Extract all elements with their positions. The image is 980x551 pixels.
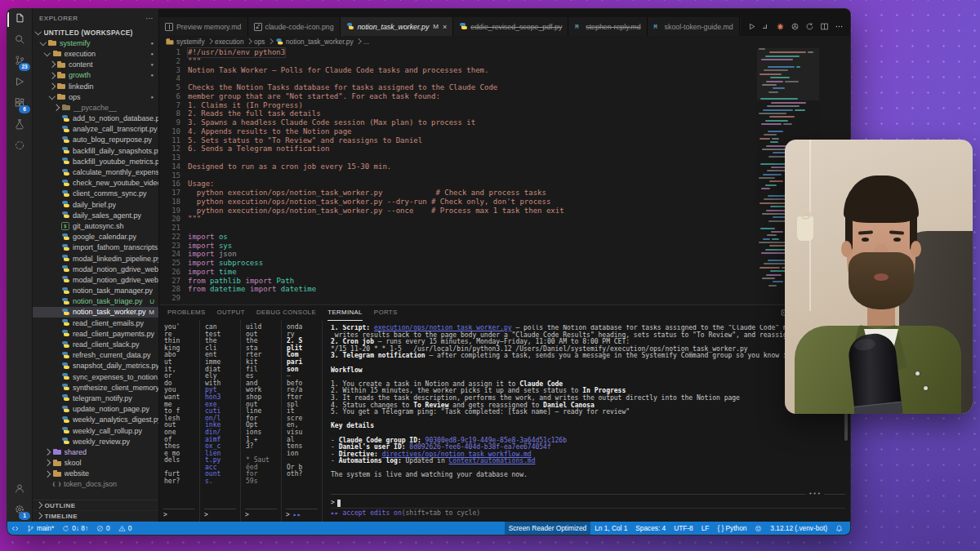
tree-item-calculate-monthly-expenses[interactable]: calculate_monthly_expenses… (33, 167, 158, 177)
terminal-prompt[interactable]: > (331, 499, 845, 508)
status-git-sync[interactable]: 0↓ 8↑ (58, 522, 92, 535)
tree-item-pycache[interactable]: __pycache__ (33, 102, 158, 113)
breadcrumb[interactable]: systemifyexecutionopsnotion_task_worker.… (159, 36, 850, 47)
tree-item-backfill-youtube-metrics-py[interactable]: backfill_youtube_metrics.py (33, 156, 158, 167)
code-line[interactable]: 2""" (159, 57, 755, 66)
code-line[interactable]: 15 (159, 171, 755, 180)
code-line[interactable]: 26import time (159, 268, 755, 277)
code-line[interactable]: 126. Sends a Telegram notification (159, 144, 755, 153)
breadcrumb-item[interactable]: ... (363, 38, 369, 46)
tree-item-read-client-slack-py[interactable]: read_client_slack.py (33, 339, 158, 349)
status-notifications[interactable] (831, 522, 847, 535)
tree-item-growth[interactable]: growth● (33, 70, 158, 81)
code-line[interactable]: 14Designed to run as a cron job every 15… (159, 162, 755, 171)
status-remote-indicator[interactable] (7, 522, 23, 535)
tree-item-notion-task-triage-py[interactable]: notion_task_triage.pyU (33, 296, 158, 307)
code-line[interactable]: 104. Appends results to the Notion page (159, 127, 755, 136)
tree-item-website[interactable]: website (33, 469, 158, 479)
status-cursor-position[interactable]: Ln 1, Col 1 (590, 522, 631, 535)
terminal-split-pane-4[interactable]: ondary2. Split Comparison—before/after s… (282, 320, 323, 522)
tree-item-modal-linkedin-pipeline-py[interactable]: modal_linkedin_pipeline.py (33, 253, 158, 264)
timeline-section[interactable]: TIMELINE (33, 511, 158, 522)
activity-testing-icon[interactable] (7, 115, 32, 136)
tree-item-modal-notion-gdrive-webho[interactable]: modal_notion_gdrive_webho… (33, 264, 158, 274)
more-icon[interactable] (835, 22, 844, 31)
claude-icon[interactable] (776, 22, 785, 31)
code-line[interactable]: 4 (159, 74, 755, 83)
tree-item-execution[interactable]: execution● (33, 48, 158, 59)
tree-item-weekly-call-rollup-py[interactable]: weekly_call_rollup.py (33, 425, 158, 436)
tree-item-systemify[interactable]: systemify● (33, 38, 158, 48)
run-icon[interactable] (747, 22, 756, 31)
tab-notion-task-worker-py[interactable]: notion_task_worker.pyM× (341, 17, 454, 36)
tree-item-modal-notion-gdrive-webho[interactable]: modal_notion_gdrive_webho… (33, 274, 158, 285)
code-line[interactable]: 21 (159, 224, 755, 233)
terminal-split-pane-2[interactable]: cantestthe clientimmediatelywith python3… (200, 320, 241, 522)
code-line[interactable]: 18 python execution/ops/notion_task_work… (159, 198, 755, 207)
tree-item-token-docs-json[interactable]: token_docs.json (33, 479, 158, 490)
tree-item-ops[interactable]: ops● (33, 91, 158, 102)
code-line[interactable]: 5Checks the Notion Tasks database for ta… (159, 83, 755, 92)
tree-item-content[interactable]: content● (33, 60, 158, 70)
tree-item-weekly-review-py[interactable]: weekly_review.py (33, 436, 158, 447)
breadcrumb-item[interactable]: notion_task_worker.py (286, 38, 354, 46)
divider-handle[interactable]: ••• (806, 491, 824, 498)
code-line[interactable]: 25import subprocess (159, 259, 755, 268)
tree-item-untitled-workspace[interactable]: UNTITLED (WORKSPACE) (33, 27, 158, 38)
breadcrumb-item[interactable]: systemify (176, 38, 205, 46)
tree-item-notion-task-manager-py[interactable]: notion_task_manager.py (33, 286, 158, 296)
activity-explorer-icon[interactable] (7, 9, 32, 30)
status-python-interpreter[interactable]: 3.12.12 (.venv-bot) (766, 522, 831, 535)
code-line[interactable]: 22import os (159, 233, 755, 242)
status-indentation[interactable]: Spaces: 4 (631, 522, 670, 535)
tree-item-notion-task-worker-py[interactable]: notion_task_worker.pyM (33, 307, 158, 318)
tree-item-read-client-emails-py[interactable]: read_client_emails.py (33, 318, 158, 328)
tree-item-refresh-current-data-py[interactable]: refresh_current_data.py (33, 350, 158, 361)
tree-item-sync-expenses-to-notion-py[interactable]: sync_expenses_to_notion.py (33, 371, 158, 382)
tab-claude-code-icon-png[interactable]: claude-code-icon.png (248, 17, 341, 36)
tree-item-backfill-daily-snapshots-py[interactable]: backfill_daily_snapshots.py (33, 145, 158, 156)
code-line[interactable]: 28from datetime import datetime (159, 285, 755, 294)
panel-tab-terminal[interactable]: TERMINAL (327, 305, 363, 321)
close-icon[interactable]: × (443, 23, 447, 31)
code-line[interactable]: 19 python execution/ops/notion_task_work… (159, 207, 755, 216)
panel-tab-problems[interactable]: PROBLEMS (167, 305, 206, 321)
activity-settings-icon[interactable]: 1 (7, 500, 32, 522)
code-line[interactable]: 29 (159, 294, 755, 303)
status-eol[interactable]: LF (697, 522, 714, 535)
status-encoding[interactable]: UTF-8 (670, 522, 697, 535)
run-chevron-icon[interactable] (763, 24, 768, 29)
panel-tab-output[interactable]: OUTPUT (217, 305, 245, 321)
status-git-branch[interactable]: main* (23, 522, 58, 535)
code-line[interactable]: 16Usage: (159, 180, 755, 189)
breadcrumb-item[interactable]: execution (215, 38, 244, 46)
code-line[interactable]: 71. Claims it (In Progress) (159, 101, 755, 110)
tree-item-skool[interactable]: skool (33, 458, 158, 469)
terminal-main-pane[interactable]: 1. Script: execution/ops/notion_task_wor… (323, 320, 850, 522)
code-line[interactable]: 1#!/usr/bin/env python3 (159, 48, 755, 57)
code-content[interactable]: 1#!/usr/bin/env python32"""3Notion Task … (159, 48, 755, 303)
tree-item-auto-blog-repurpose-py[interactable]: auto_blog_repurpose.py (33, 135, 158, 145)
activity-source-control-icon[interactable]: 23 (7, 51, 32, 73)
panel-tab-ports[interactable]: PORTS (374, 305, 398, 321)
tab-stephen-reply-md[interactable]: stephen-reply.md (568, 17, 647, 36)
code-line[interactable]: 82. Reads the full task details (159, 109, 755, 118)
tree-item-import-fathom-transcripts-py[interactable]: import_fathom_transcripts.py (33, 242, 158, 253)
tree-item-add-to-notion-database-py[interactable]: add_to_notion_database.py (33, 113, 158, 124)
tab-skool-token-guide-md[interactable]: skool-token-guide.md (648, 17, 740, 36)
code-line[interactable]: 27from pathlib import Path (159, 277, 755, 286)
activity-account-icon[interactable] (7, 479, 32, 500)
tree-item-google-calendar-py[interactable]: google_calendar.py (33, 232, 158, 242)
code-line[interactable]: 93. Spawns a headless Claude Code sessio… (159, 118, 755, 127)
activity-extensions-icon[interactable]: 6 (7, 94, 32, 115)
tab-preview-memory-md[interactable]: Preview memory.md (159, 17, 248, 36)
tree-item-telegram-notify-py[interactable]: telegram_notify.py (33, 393, 158, 403)
status-problems-warnings[interactable]: 0 (114, 522, 136, 535)
code-editor[interactable]: 1#!/usr/bin/env python32"""3Notion Task … (159, 47, 850, 304)
tab-eddie-revised-scope-pdf-py[interactable]: eddie_revised_scope_pdf.py (453, 17, 568, 36)
status-screen-reader-mode[interactable]: Screen Reader Optimized (505, 522, 590, 535)
code-line[interactable]: 23import sys (159, 242, 755, 251)
code-line[interactable]: 24import json (159, 250, 755, 259)
outline-section[interactable]: OUTLINE (33, 500, 158, 511)
status-feedback[interactable] (751, 522, 766, 535)
